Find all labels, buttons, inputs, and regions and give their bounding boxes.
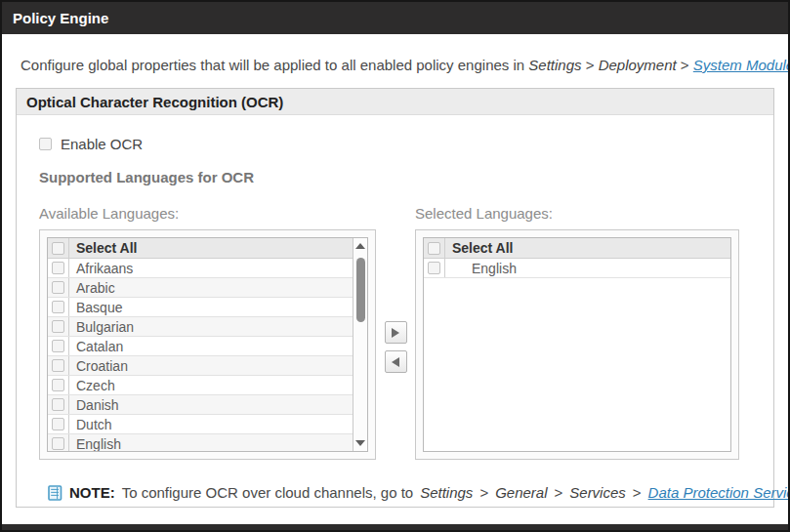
language-checkbox-cell <box>48 415 69 433</box>
ocr-panel: Optical Character Recognition (OCR) Enab… <box>16 88 774 508</box>
available-languages-label: Available Languages: <box>39 205 376 222</box>
right-arrow-icon <box>392 328 399 338</box>
language-checkbox-cell <box>48 278 69 297</box>
available-languages-list: Afrikaans Arabic Basque <box>48 259 353 452</box>
available-select-all-checkbox[interactable] <box>52 242 64 255</box>
ocr-panel-body: Enable OCR Supported Languages for OCR A… <box>17 115 773 507</box>
enable-ocr-row[interactable]: Enable OCR <box>39 135 762 153</box>
scroll-down-arrow-icon <box>355 440 365 446</box>
available-select-all-row[interactable]: Select All <box>48 238 353 259</box>
scrollbar[interactable] <box>353 238 367 451</box>
select-all-checkbox-cell <box>424 238 445 258</box>
enable-ocr-label: Enable OCR <box>61 136 143 152</box>
language-transfer-widget: Available Languages: Select All <box>39 205 762 460</box>
language-checkbox-cell <box>48 376 69 394</box>
breadcrumb-settings: Settings <box>528 57 581 73</box>
language-row[interactable]: English <box>424 259 730 278</box>
transfer-buttons-column <box>376 205 415 460</box>
language-checkbox-cell <box>48 337 69 355</box>
move-left-button[interactable] <box>385 350 407 373</box>
select-all-label: Select All <box>69 240 138 256</box>
available-listbox-outer: Select All Afrikaans Arabic <box>39 229 376 460</box>
language-name: Dutch <box>69 417 112 432</box>
selected-languages-list: English <box>424 259 730 278</box>
breadcrumb-settings: Settings <box>420 484 473 501</box>
language-row[interactable]: Danish <box>48 395 353 415</box>
policy-engine-window: Policy Engine Configure global propertie… <box>0 0 790 532</box>
language-row[interactable]: Bulgarian <box>48 317 353 337</box>
language-checkbox-cell <box>424 259 445 277</box>
scroll-thumb[interactable] <box>356 258 365 322</box>
intro-sentence: Configure global properties that will be… <box>21 57 528 73</box>
intro-text: Configure global properties that will be… <box>21 55 770 75</box>
selected-select-all-checkbox[interactable] <box>428 242 440 255</box>
language-checkbox-cell <box>48 395 69 414</box>
left-arrow-icon <box>392 357 399 367</box>
data-protection-service-link[interactable]: Data Protection Service tab <box>648 484 790 501</box>
available-listbox: Select All Afrikaans Arabic <box>47 237 368 452</box>
system-modules-link[interactable]: System Modules <box>693 57 790 73</box>
language-checkbox[interactable] <box>52 437 64 450</box>
language-row[interactable]: Croatian <box>48 356 353 376</box>
language-checkbox-cell <box>48 356 69 375</box>
move-right-button[interactable] <box>385 321 407 344</box>
language-row[interactable]: Basque <box>48 298 353 317</box>
page-title: Policy Engine <box>13 10 108 26</box>
window-titlebar: Policy Engine <box>2 2 788 34</box>
selected-listbox-outer: Select All English <box>415 229 739 460</box>
select-all-label: Select All <box>445 240 514 256</box>
note-line: NOTE:To configure OCR over cloud channel… <box>48 483 762 502</box>
breadcrumb-general: General <box>495 484 547 501</box>
breadcrumb-services: Services <box>569 484 626 501</box>
enable-ocr-checkbox[interactable] <box>39 138 52 150</box>
language-checkbox[interactable] <box>52 262 64 274</box>
ocr-panel-title: Optical Character Recognition (OCR) <box>26 94 283 110</box>
selected-listbox: Select All English <box>423 237 731 452</box>
language-checkbox[interactable] <box>52 301 64 313</box>
language-row[interactable]: Catalan <box>48 337 353 356</box>
language-row[interactable]: Dutch <box>48 415 353 434</box>
language-row[interactable]: Arabic <box>48 278 353 298</box>
language-row[interactable]: English <box>48 434 353 452</box>
scroll-up-button[interactable] <box>353 238 367 254</box>
language-checkbox-cell <box>48 298 69 316</box>
language-name: Arabic <box>69 280 115 296</box>
language-name: Basque <box>69 300 122 315</box>
breadcrumb-separator: > <box>555 484 563 501</box>
language-checkbox[interactable] <box>52 281 64 294</box>
note-label: NOTE: <box>69 484 115 501</box>
language-name: Croatian <box>69 358 128 374</box>
scroll-up-arrow-icon <box>355 243 365 249</box>
ocr-panel-header: Optical Character Recognition (OCR) <box>17 89 773 115</box>
language-checkbox-cell <box>48 259 69 277</box>
language-row[interactable]: Czech <box>48 376 353 395</box>
language-name: Afrikaans <box>69 261 133 276</box>
language-checkbox-cell <box>48 434 69 452</box>
select-all-checkbox-cell <box>48 238 69 258</box>
selected-languages-label: Selected Languages: <box>415 205 739 222</box>
language-checkbox[interactable] <box>52 340 64 352</box>
note-icon <box>48 485 62 501</box>
window-footerbar <box>2 524 788 530</box>
breadcrumb-separator: > <box>633 484 642 501</box>
language-checkbox[interactable] <box>52 398 64 411</box>
language-checkbox[interactable] <box>52 418 64 430</box>
breadcrumb-separator: > <box>479 484 488 501</box>
language-name: Catalan <box>69 339 123 354</box>
available-languages-column: Available Languages: Select All <box>39 205 376 460</box>
language-checkbox[interactable] <box>52 379 64 391</box>
language-row[interactable]: Afrikaans <box>48 259 353 278</box>
selected-select-all-row[interactable]: Select All <box>424 238 730 259</box>
language-name: Danish <box>69 397 119 413</box>
supported-languages-heading: Supported Languages for OCR <box>39 169 762 186</box>
language-checkbox[interactable] <box>52 359 64 372</box>
language-checkbox[interactable] <box>52 320 64 333</box>
language-checkbox-cell <box>48 317 69 336</box>
scroll-down-button[interactable] <box>353 435 367 451</box>
language-checkbox[interactable] <box>428 262 440 274</box>
selected-languages-column: Selected Languages: Select All <box>415 205 739 460</box>
language-name: English <box>69 436 121 452</box>
language-name: English <box>445 261 517 276</box>
note-text: To configure OCR over cloud channels, go… <box>122 484 414 501</box>
breadcrumb-separator: > <box>677 57 693 73</box>
